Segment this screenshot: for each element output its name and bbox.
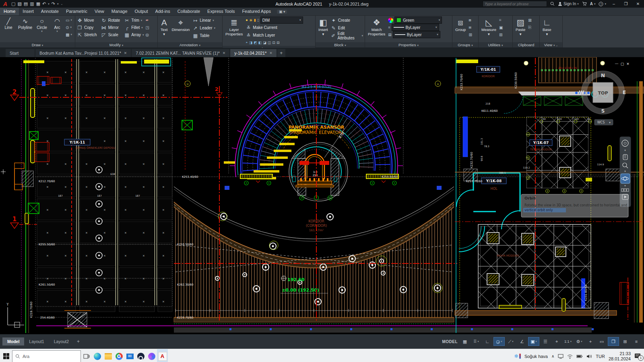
- layout-tab-layout2[interactable]: Layout2: [49, 337, 74, 346]
- tool-create[interactable]: ✦Create: [331, 17, 363, 24]
- layer-on-icon[interactable]: ●: [246, 18, 248, 22]
- group-mini-0[interactable]: ⧇: [469, 17, 472, 23]
- menu-tab-manage[interactable]: Manage: [108, 8, 131, 15]
- open-icon[interactable]: ▧: [17, 1, 21, 6]
- tool-base[interactable]: ∟Base▾: [541, 17, 553, 37]
- status-polar-icon[interactable]: ◶▾: [493, 337, 505, 346]
- status-annotation-scale[interactable]: 1:1▾: [563, 337, 573, 346]
- tool-match-properties[interactable]: ❖MatchProperties: [367, 17, 386, 37]
- redo-icon[interactable]: ↷: [52, 1, 55, 6]
- close-tab-icon[interactable]: ✕: [269, 49, 272, 57]
- loop-icon[interactable]: [146, 349, 157, 362]
- file-tab-y-1k-02-04-2021-[interactable]: y-1k-02.04.2021*✕: [230, 49, 277, 57]
- tool-fillet[interactable]: ╭Fillet▾: [124, 24, 144, 31]
- save-icon[interactable]: ▤: [24, 1, 28, 6]
- status-ortho-icon[interactable]: ∟: [482, 337, 493, 346]
- drawing-canvas[interactable]: ××××××××××××××××××××××××××××××××××××××××…: [0, 57, 644, 334]
- menu-tab-collaborate[interactable]: Collaborate: [174, 8, 204, 15]
- panel-title-draw[interactable]: Draw▾: [0, 42, 75, 47]
- tool-measure[interactable]: ◺Measure▾: [480, 17, 497, 37]
- undo-icon[interactable]: ↶: [42, 1, 46, 6]
- tool-insert[interactable]: ◧Insert▾: [317, 17, 329, 37]
- tool-linear[interactable]: ↦Linear▾: [192, 17, 215, 24]
- explorer-icon[interactable]: [103, 349, 114, 362]
- start-button[interactable]: [0, 349, 12, 362]
- close-tab-icon[interactable]: ✕: [124, 49, 127, 57]
- layer-color-chip[interactable]: ▯: [257, 18, 259, 22]
- tool-copy[interactable]: ❐Copy: [77, 24, 97, 31]
- new-layout-button[interactable]: +: [74, 339, 83, 344]
- group-mini-2[interactable]: ⊞: [469, 31, 472, 38]
- util-mini-1[interactable]: ▣: [499, 24, 503, 31]
- dropdown-arrow-icon[interactable]: ▾: [57, 2, 59, 6]
- file-tab-7-02-2021-zemi-n-kat-tavan-rev[interactable]: 7.02.2021 ZEMİN KAT... TAVAN REVİZE (1)*…: [132, 49, 229, 57]
- tool-paste[interactable]: ▨Paste▾: [514, 17, 526, 37]
- tool-scale[interactable]: ◸Scale: [101, 31, 120, 38]
- menu-tab-express-tools[interactable]: Express Tools: [204, 8, 238, 15]
- mail-icon[interactable]: ✉: [124, 349, 135, 362]
- panel-title-block[interactable]: Block▾: [316, 42, 365, 47]
- menu-tab-insert[interactable]: Insert: [19, 8, 37, 15]
- store-cart-icon[interactable]: [582, 2, 587, 6]
- tool-array[interactable]: ▦Array▾: [124, 31, 144, 38]
- battery-icon[interactable]: [576, 354, 583, 358]
- tool-rotate[interactable]: ↻Rotate: [101, 17, 120, 24]
- status-plus-icon[interactable]: +: [585, 337, 596, 346]
- autocad-taskbar-icon[interactable]: A: [157, 349, 168, 362]
- weather-icon[interactable]: ❄: [514, 353, 521, 359]
- group-mini-1[interactable]: ⧆: [469, 24, 472, 31]
- clip-mini-0[interactable]: ⊠: [528, 17, 531, 23]
- tool-text[interactable]: AText▾: [159, 17, 169, 37]
- new-file-icon[interactable]: ▢: [11, 1, 15, 6]
- tool-table[interactable]: ▦Table: [192, 32, 215, 39]
- autodesk-a-icon[interactable]: A▾: [590, 2, 596, 6]
- linetype-dropdown[interactable]: ByLayer▾: [392, 24, 439, 31]
- search-icon[interactable]: [550, 2, 555, 6]
- panel-title-annotation[interactable]: Annotation▾: [158, 42, 222, 47]
- file-tab-bodrum-kat-asma-tav-projesi-11[interactable]: Bodrum Kat Asma Tav...Projesi 11.01.2021…: [35, 49, 131, 57]
- status-isolate-icon[interactable]: ▭: [597, 337, 607, 346]
- menu-tab-add-ins[interactable]: Add-ins: [152, 8, 174, 15]
- notification-icon[interactable]: 1: [634, 353, 641, 360]
- steam-icon[interactable]: [135, 349, 146, 362]
- qat-customize-icon[interactable]: ⌄: [61, 2, 63, 6]
- tool-stretch[interactable]: ⇱Stretch: [77, 31, 97, 38]
- plot-icon[interactable]: ▦: [36, 1, 40, 6]
- weather-text[interactable]: Soğuk hava: [524, 354, 548, 359]
- tool-trim[interactable]: ✂Trim▾: [124, 17, 144, 24]
- draw-mini-2[interactable]: ▩▾: [66, 31, 72, 38]
- tool-circle[interactable]: ○Circle▾: [35, 17, 49, 33]
- taskbar-search-input[interactable]: Ara: [12, 350, 81, 362]
- panel-title-clipboard[interactable]: Clipboard: [513, 42, 539, 47]
- status-snap-icon[interactable]: ⠿▾: [471, 337, 481, 346]
- menu-tab-output[interactable]: Output: [131, 8, 152, 15]
- clock[interactable]: 21:33 28.01.2024: [609, 351, 631, 361]
- panel-title-view[interactable]: View▾ ⌄: [540, 42, 562, 47]
- language-indicator[interactable]: TUR: [596, 354, 605, 359]
- panel-title-utilities[interactable]: Utilities▾: [479, 42, 512, 47]
- status-gear-icon[interactable]: ⚙▾: [574, 337, 584, 346]
- color-dropdown[interactable]: Green▾: [394, 16, 442, 24]
- chrome-icon[interactable]: [114, 349, 124, 362]
- file-tab-start[interactable]: Start: [6, 49, 35, 57]
- autocad-logo-icon[interactable]: A: [0, 1, 10, 7]
- ribbon-display-toggle[interactable]: ▣ ▾: [277, 10, 287, 14]
- status-annotation-icon[interactable]: ⌖: [551, 337, 562, 346]
- layer-dropdown[interactable]: DIM▾: [260, 16, 303, 24]
- lineweight-dropdown[interactable]: ByLayer▾: [393, 31, 440, 38]
- draw-mini-1[interactable]: ⊙▾: [66, 24, 72, 31]
- util-mini-2[interactable]: ⊞: [499, 31, 503, 38]
- menu-tab-view[interactable]: View: [91, 8, 108, 15]
- panel-title-properties[interactable]: Properties▾: [365, 42, 452, 47]
- tool-layer-properties[interactable]: ≣LayerProperties: [224, 17, 244, 37]
- tool-match-layer[interactable]: ≛Match Layer: [246, 32, 306, 39]
- device-icon[interactable]: [558, 354, 564, 359]
- close-button[interactable]: ✕: [634, 2, 642, 6]
- signin-button[interactable]: Sign In▾: [558, 2, 579, 6]
- restore-button[interactable]: ❐: [621, 2, 630, 6]
- tool-dimension[interactable]: ⌖Dimension: [170, 17, 191, 33]
- panel-title-groups[interactable]: Groups▾: [452, 42, 478, 47]
- tool-leader[interactable]: ↗Leader▾: [192, 25, 215, 31]
- menu-tab-annotate[interactable]: Annotate: [37, 8, 62, 15]
- tool-polyline[interactable]: ∿Polyline: [17, 17, 33, 30]
